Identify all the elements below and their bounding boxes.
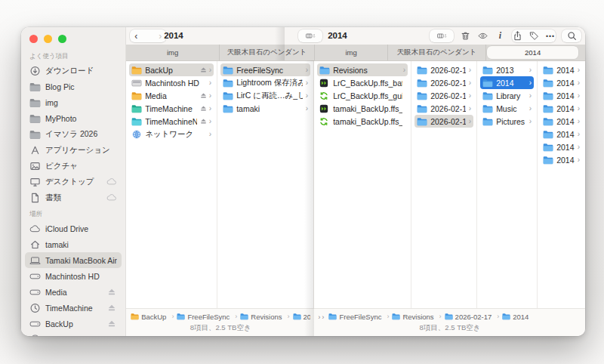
- column-backup: FreeFileSync › Lightroom 保存済み写真 › LirC に…: [217, 61, 314, 308]
- column-item[interactable]: 2014-02-24 ›: [541, 153, 582, 166]
- forward-button[interactable]: ›: [159, 32, 162, 41]
- chevron-right-icon: ›: [469, 79, 471, 87]
- view-options-control[interactable]: [430, 29, 454, 42]
- column-item[interactable]: tamaki ›: [220, 102, 310, 115]
- path-crumb[interactable]: Revisions ›: [392, 313, 442, 321]
- column-item[interactable]: Media ›: [129, 89, 214, 102]
- path-crumb[interactable]: BackUp ›: [131, 313, 175, 321]
- finder-tab[interactable]: 2014: [487, 46, 578, 59]
- column-item[interactable]: Library ›: [480, 89, 534, 102]
- sidebar-item[interactable]: Blog Pic: [25, 79, 122, 94]
- eject-icon[interactable]: [200, 66, 207, 73]
- path-crumb[interactable]: FreeFileSync ›: [328, 313, 390, 321]
- column-item[interactable]: Lightroom 保存済み写真 ›: [220, 76, 310, 89]
- column-item[interactable]: Machintosh HD ›: [129, 76, 214, 89]
- sidebar-item[interactable]: デスクトップ: [25, 174, 122, 190]
- sidebar-item[interactable]: Media: [25, 284, 122, 300]
- column-item[interactable]: FreeFileSync ›: [220, 63, 310, 76]
- chevron-right-icon: ›: [469, 118, 471, 125]
- column-item[interactable]: BackUp ›: [129, 63, 214, 76]
- column-item[interactable]: 2026-02-13 ›: [414, 63, 473, 76]
- path-crumb[interactable]: Revisions ›: [240, 313, 291, 321]
- folder-orange-icon: [131, 91, 142, 100]
- finder-tab[interactable]: 天眼木目石のペンダント: [388, 45, 486, 60]
- tag-icon[interactable]: [529, 30, 539, 42]
- sidebar-item[interactable]: ダウンロード: [25, 63, 122, 79]
- column-item[interactable]: LirC に再読…み_したら削除 ›: [220, 89, 310, 102]
- eject-icon[interactable]: [200, 105, 207, 112]
- sidebar-item[interactable]: tamaki: [25, 236, 122, 252]
- column-item[interactable]: 2014-01-01 ›: [541, 63, 582, 76]
- path-crumb[interactable]: 2026-02-17 ›: [293, 313, 311, 321]
- column-item[interactable]: 2026-02-14 ›: [414, 76, 473, 89]
- sidebar-item[interactable]: Tamaki MacBook Air: [25, 252, 122, 268]
- search-button[interactable]: [562, 29, 581, 42]
- folder-orange-icon: [131, 313, 139, 320]
- sidebar-item[interactable]: Machintosh HD: [25, 268, 122, 284]
- eject-icon[interactable]: [200, 118, 207, 125]
- sidebar-item[interactable]: 書類: [25, 190, 122, 205]
- column-item[interactable]: 2026-02-16 ›: [414, 102, 473, 115]
- toolbar-actions: i ⋯: [430, 29, 581, 42]
- chevron-right-icon: ›: [306, 79, 308, 87]
- share-icon[interactable]: [513, 30, 522, 42]
- sidebar-item[interactable]: AirDrop: [25, 332, 122, 336]
- sidebar-item[interactable]: TimeMachine: [25, 300, 122, 316]
- folder-blue-icon: [293, 313, 301, 320]
- path-overflow-chevrons: ››: [318, 313, 325, 321]
- nav-buttons: ‹ ›: [130, 29, 166, 42]
- chevron-right-icon: ›: [306, 66, 308, 74]
- column-item[interactable]: Pictures ›: [480, 115, 534, 128]
- back-button[interactable]: ‹: [134, 32, 137, 41]
- column-item[interactable]: 2014-02-19 ›: [541, 128, 582, 140]
- column-item[interactable]: 2014-02-13 ›: [541, 89, 582, 102]
- column-item[interactable]: 2014 ›: [480, 76, 534, 89]
- column-item[interactable]: tamaki_BackUp.ffs_gui: [317, 115, 408, 128]
- folder-blue-icon: [482, 117, 493, 126]
- path-crumb[interactable]: FreeFileSync ›: [177, 313, 239, 321]
- sidebar-item[interactable]: img: [25, 94, 122, 110]
- zoom-button[interactable]: [58, 35, 66, 43]
- column-item[interactable]: 2014-02-20 ›: [541, 140, 582, 153]
- eject-icon: [106, 288, 117, 296]
- sidebar-item[interactable]: ピクチャ: [25, 158, 122, 174]
- sidebar-item[interactable]: アプリケーション: [25, 142, 122, 158]
- eject-icon[interactable]: [200, 92, 207, 99]
- column-item[interactable]: TimeMachineNAS ›: [129, 115, 214, 128]
- close-button[interactable]: [29, 35, 38, 43]
- column-item[interactable]: LrC_BackUp.ffs_gui: [317, 89, 408, 102]
- folder-gray-icon: [29, 97, 41, 108]
- folder-blue-icon: [543, 156, 553, 165]
- folder-blue-icon: [417, 104, 427, 113]
- folder-blue-icon: [482, 66, 493, 75]
- more-icon[interactable]: ⋯: [546, 30, 556, 42]
- sidebar-item[interactable]: iCloud Drive: [25, 221, 122, 236]
- chevron-right-icon: ›: [387, 313, 389, 320]
- column-item[interactable]: 2014-02-15 ›: [541, 115, 582, 128]
- path-crumb[interactable]: 2014 ›: [502, 313, 528, 321]
- column-item[interactable]: LrC_BackUp.ffs_batch: [317, 76, 408, 89]
- finder-tab[interactable]: img: [126, 45, 220, 60]
- column-item[interactable]: tamaki_BackUp.ffs_batch: [317, 102, 408, 115]
- sidebar-item[interactable]: BackUp: [25, 316, 122, 332]
- column-item[interactable]: TimeMachine ›: [129, 102, 214, 115]
- sidebar-item[interactable]: イマソラ 2026: [25, 126, 122, 142]
- column-item[interactable]: 2013 ›: [480, 63, 534, 76]
- sidebar-item[interactable]: MyPhoto: [25, 110, 122, 126]
- finder-tab[interactable]: 天眼木目石のペンダント: [220, 45, 315, 60]
- column-item[interactable]: 2014-02-14 ›: [541, 102, 582, 115]
- column-item[interactable]: 2026-02-17 ›: [414, 115, 473, 128]
- quicklook-eye-icon[interactable]: [477, 30, 488, 42]
- column-item[interactable]: ネットワーク ›: [129, 128, 214, 140]
- column-item[interactable]: Music ›: [480, 102, 534, 115]
- column-item[interactable]: 2026-02-15 ›: [414, 89, 473, 102]
- minimize-button[interactable]: [44, 35, 52, 43]
- finder-tab[interactable]: img: [315, 45, 388, 60]
- column-item[interactable]: Revisions ›: [317, 63, 408, 76]
- trash-icon[interactable]: [460, 30, 471, 42]
- home-icon: [29, 239, 41, 250]
- path-crumb[interactable]: 2026-02-17 ›: [445, 313, 501, 321]
- view-options-control[interactable]: [298, 29, 322, 42]
- column-item[interactable]: 2014-01-26 ›: [541, 76, 582, 89]
- info-icon[interactable]: i: [495, 30, 506, 42]
